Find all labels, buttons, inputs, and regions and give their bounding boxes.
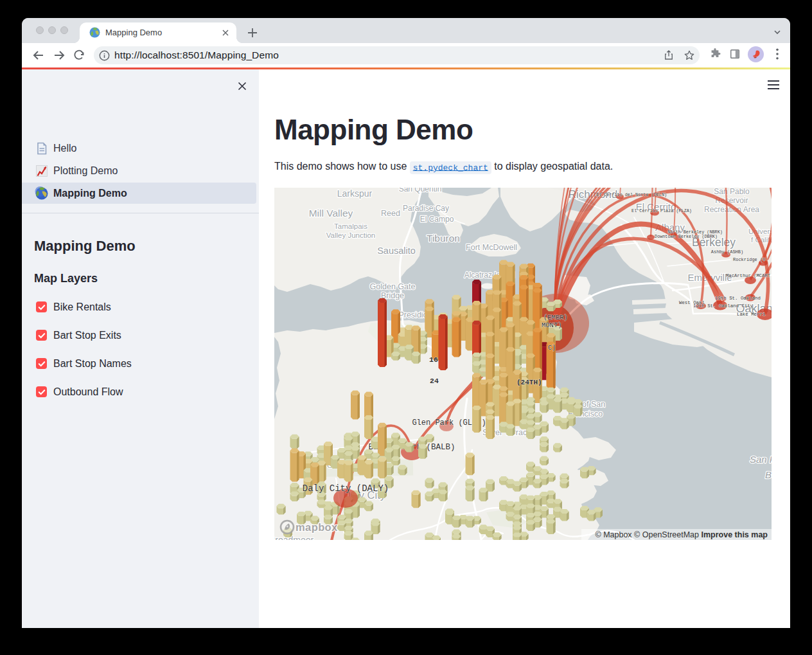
- svg-text:(24TH): (24TH): [516, 379, 542, 386]
- svg-text:San Fr: San Fr: [750, 454, 772, 465]
- svg-text:B: B: [765, 469, 772, 480]
- svg-text:Ashby (ASHB): Ashby (ASHB): [711, 249, 743, 255]
- svg-text:El Cerrito del Norte (DELN): El Cerrito del Norte (DELN): [596, 192, 667, 197]
- svg-text:© Mapbox © OpenStreetMap Impro: © Mapbox © OpenStreetMap Improve this ma…: [595, 530, 768, 539]
- svg-text:MONT): MONT): [542, 321, 562, 329]
- svg-text:Valley Junction: Valley Junction: [326, 231, 376, 239]
- svg-text:Lake Merri: Lake Merri: [737, 312, 766, 317]
- svg-text:Tamalpais: Tamalpais: [334, 222, 367, 230]
- svg-text:Golden Gate: Golden Gate: [370, 282, 416, 291]
- svg-text:19th St. Oakland: 19th St. Oakland: [715, 296, 761, 301]
- svg-text:Sausalito: Sausalito: [377, 246, 416, 256]
- svg-text:12th St. Oakland City: 12th St. Oakland City: [693, 303, 754, 309]
- svg-text:Daly City (DALY): Daly City (DALY): [303, 483, 389, 494]
- svg-text:Mill Valley: Mill Valley: [309, 208, 353, 219]
- svg-text:(EMBR): (EMBR): [543, 314, 568, 321]
- svg-text:El Cerrito Plaza (PLZA): El Cerrito Plaza (PLZA): [631, 208, 692, 213]
- svg-text:Tiburon: Tiburon: [427, 233, 460, 244]
- svg-text:Broadmoor: Broadmoor: [274, 535, 314, 540]
- svg-text:San Quentin: San Quentin: [399, 188, 442, 193]
- svg-text:C): C): [548, 344, 556, 352]
- svg-text:mapbox: mapbox: [296, 521, 338, 533]
- svg-text:El Campo: El Campo: [420, 215, 454, 224]
- svg-text:Larkspur: Larkspur: [337, 188, 373, 199]
- svg-text:16: 16: [429, 355, 438, 364]
- svg-text:MacArthur (MCART: MacArthur (MCART: [726, 273, 771, 278]
- svg-text:Downtown Berkeley (DBRK): Downtown Berkeley (DBRK): [655, 234, 718, 239]
- svg-text:Fort McDowell: Fort McDowell: [466, 243, 517, 252]
- svg-text:San Pablo: San Pablo: [714, 188, 750, 196]
- svg-text:24: 24: [430, 377, 439, 385]
- svg-text:Presidio: Presidio: [398, 310, 427, 319]
- svg-text:Paradise Cay: Paradise Cay: [403, 204, 449, 213]
- svg-text:Rockridge (U: Rockridge (U: [733, 257, 765, 262]
- svg-text:Reed: Reed: [381, 209, 400, 218]
